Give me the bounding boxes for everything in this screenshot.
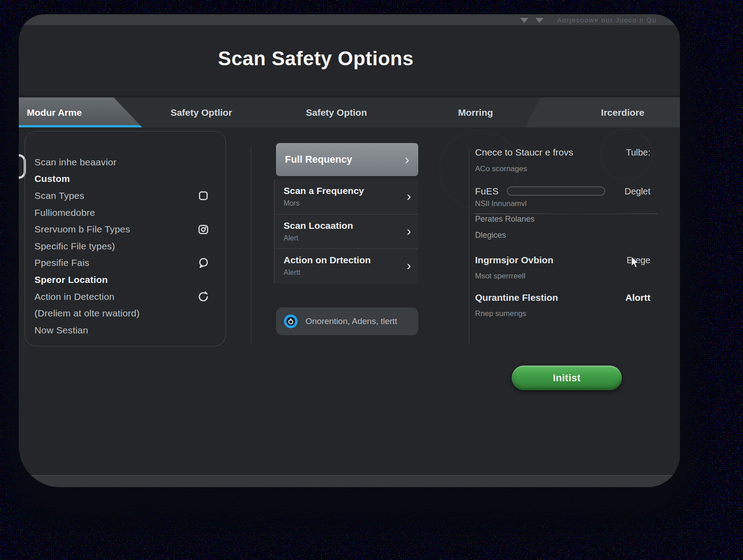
right-panel-divider [475, 214, 658, 214]
option-action-on-detection[interactable]: Action on Drtection Alertt › [275, 248, 418, 283]
sidebar-item-label: Ppesifie Fais [34, 257, 89, 268]
right-header-row: Cnece to Staucr e frovs Tulbe: [475, 147, 650, 158]
window-top-strip: Aorjesoowe our Juoco n Qu [19, 14, 680, 25]
chevron-right-icon: › [407, 224, 411, 238]
sidebar-item-action-in-detection[interactable]: Action in Detection [34, 288, 217, 305]
option-subtitle: Alert [284, 234, 410, 242]
sidebar-item-label: Speror Location [34, 274, 108, 285]
target-icon [283, 314, 298, 329]
sidebar-item-ppesifie-fais[interactable]: Ppesifie Fais [34, 255, 217, 272]
option-scan-frequency[interactable]: Scan a Frequency Mors › [275, 180, 418, 214]
option-ingrmsjor-row: Ingrmsjor Ovbion Erege [475, 255, 650, 265]
status-pill-label: Onorention, Adens, tlertt [306, 316, 397, 326]
tab-safety-option[interactable]: Safety Option [306, 100, 367, 125]
chat-bubble-icon [197, 257, 209, 269]
sidebar-item-scan-types[interactable]: Scan Types [34, 187, 217, 204]
option-quarantine-subtitle: Rnep sumengs [475, 309, 526, 318]
camera-icon [197, 223, 209, 236]
status-pill[interactable]: Onorention, Adens, tlertt [276, 307, 418, 335]
right-text-line: Perates Rolanes [475, 215, 535, 224]
right-text-row: Perates Rolanes [475, 215, 650, 224]
slider-note: NSIl Innunamvl [475, 199, 526, 208]
mouse-cursor-icon [631, 257, 640, 268]
top-strip-text: Aorjesoowe our Juoco n Qu [557, 16, 657, 24]
sidebar-item-label: Custom [34, 173, 70, 184]
right-header-subtitle: ACo scornages [475, 164, 527, 173]
right-header-title: Cnece to Staucr e frovs [475, 147, 573, 158]
chevron-down-icon[interactable] [535, 18, 543, 23]
option-ingrmsjor-subtitle-row: Msot sperrreell [475, 272, 650, 281]
initist-button[interactable]: Initist [512, 366, 622, 390]
option-quarantine-title: Qurantine Flestion [475, 292, 558, 303]
option-title: Scan a Frequency [284, 185, 410, 196]
scan-options-list: Scan a Frequency Mors › Scan Locaation A… [274, 180, 418, 283]
sidebar-item-label: Srervuom b File Types [34, 224, 130, 235]
divider-left-middle [251, 148, 251, 345]
sidebar-item-label: Specific File types) [34, 241, 115, 252]
option-quarantine-value[interactable]: Alortt [625, 292, 650, 303]
refresh-icon [197, 291, 209, 303]
chevron-right-icon: › [405, 153, 409, 166]
tab-safety-optlior[interactable]: Safety Optlior [170, 100, 232, 125]
tab-ircerdiore[interactable]: Ircerdiore [601, 100, 645, 125]
tab-morring[interactable]: Morring [458, 100, 493, 125]
slider-value[interactable]: Deglet [624, 186, 650, 197]
window-bottom-lip [19, 475, 680, 487]
sidebar-item-file-types[interactable]: Srervuom b File Types [34, 221, 217, 238]
sidebar-item-label: Scan Types [34, 190, 84, 201]
option-quarantine-subtitle-row: Rnep sumengs [475, 309, 650, 318]
sidebar-item-label: Action in Detection [34, 291, 115, 302]
sidebar-item-dreliem[interactable]: (Dreliem at olte rwatiord) [34, 305, 217, 322]
sidebar-item-custom[interactable]: Custom [34, 171, 217, 188]
sidebar-item-label: (Dreliem at olte rwatiord) [34, 308, 140, 319]
sidebar-item-label: Now Sestian [34, 325, 88, 336]
option-quarantine-row: Qurantine Flestion Alortt [475, 292, 650, 303]
option-ingrmsjor-subtitle: Msot sperrreell [475, 272, 525, 281]
chevron-down-icon[interactable] [520, 18, 528, 23]
scan-settings-panel: Scan inhe beaavior Custom Scan Types Ful… [25, 131, 226, 346]
selected-option-label: Full Requency [285, 154, 352, 165]
sidebar-list: Scan inhe beaavior Custom Scan Types Ful… [25, 131, 225, 339]
slider-note-row: NSIl Innunamvl [475, 199, 650, 208]
tab-modur-arme[interactable]: Modur Arme [27, 100, 82, 125]
slider-label: FuES [475, 186, 499, 197]
right-header-value[interactable]: Tulbe: [626, 147, 650, 158]
option-title: Action on Drtection [284, 255, 410, 265]
option-subtitle: Mors [284, 199, 410, 207]
chevron-right-icon: › [407, 189, 411, 203]
tab-bar: Modur Arme Safety Optlior Safety Option … [19, 95, 680, 127]
sidebar-item-now-sestian[interactable]: Now Sestian [34, 322, 217, 339]
active-tab-underline [19, 125, 142, 127]
scan-safety-dialog: Aorjesoowe our Juoco n Qu Scan Safety Op… [19, 14, 680, 487]
sidebar-item-label: Fulliomedobre [34, 207, 95, 218]
sidebar-item-fulliomedobre[interactable]: Fulliomedobre [34, 204, 217, 221]
right-text-line: Dlegices [475, 231, 506, 240]
sidebar-item-label: Scan inhe beaavior [34, 157, 116, 168]
option-ingrmsjor-title: Ingrmsjor Ovbion [475, 255, 553, 265]
option-subtitle: Alertt [284, 269, 410, 277]
selected-option-full-requency[interactable]: Full Requency › [276, 143, 418, 176]
initist-button-label: Initist [553, 372, 581, 384]
right-header-subtitle-row: ACo scornages [475, 164, 650, 173]
page-title: Scan Safety Options [19, 47, 680, 70]
option-scan-location[interactable]: Scan Locaation Alert › [275, 214, 418, 248]
chevron-right-icon: › [407, 259, 411, 272]
square-icon [197, 189, 209, 202]
sidebar-item-speror-location[interactable]: Speror Location [34, 271, 217, 288]
option-title: Scan Locaation [284, 220, 410, 231]
sidebar-item-scan-behavior[interactable]: Scan inhe beaavior [34, 154, 217, 171]
sidebar-item-specific-file-types[interactable]: Specific File types) [34, 238, 217, 255]
right-text-row: Dlegices [475, 231, 650, 240]
slider-track[interactable] [507, 186, 605, 196]
